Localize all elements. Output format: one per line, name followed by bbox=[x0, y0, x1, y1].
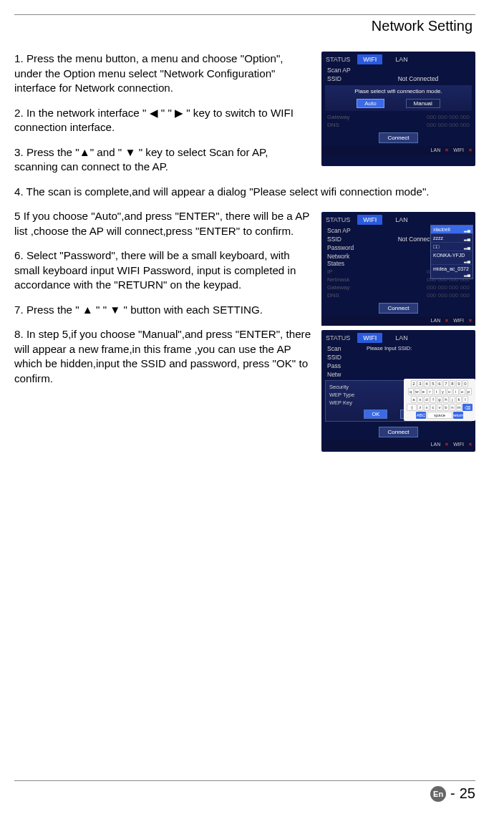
wifi-status: WIFI bbox=[453, 147, 464, 153]
return-key: return bbox=[453, 412, 463, 419]
page-dash: - bbox=[450, 785, 455, 802]
screenshot-1: STATUS WIFI LAN Scan AP SSIDNot Connecte… bbox=[321, 52, 475, 166]
tab-lan-3: LAN bbox=[389, 333, 414, 343]
tab-wifi-2: WIFI bbox=[357, 215, 382, 225]
connect-button-3: Connect bbox=[379, 427, 419, 437]
scan-label: Scan bbox=[327, 345, 367, 352]
key-7: 7 bbox=[443, 380, 449, 387]
status-label-2: STATUS bbox=[326, 216, 350, 223]
key-z: z bbox=[417, 404, 423, 411]
key-4: 4 bbox=[424, 380, 430, 387]
key-q: q bbox=[408, 388, 414, 395]
step-4: 4. The scan is complete,and will appear … bbox=[14, 185, 475, 200]
pass-label: Pass bbox=[327, 362, 367, 369]
ssid-label-3: SSID bbox=[327, 354, 367, 361]
step-7: 7. Press the " ▲ " " ▼ " button with eac… bbox=[14, 303, 313, 318]
tab-wifi: WIFI bbox=[357, 54, 382, 64]
key-j: j bbox=[450, 396, 455, 403]
key-s: s bbox=[417, 396, 423, 403]
dns-label: DNS bbox=[327, 122, 339, 128]
page-footer: En - 25 bbox=[14, 780, 475, 802]
key-a: a bbox=[411, 396, 417, 403]
netmask-label: Netmask bbox=[327, 276, 350, 283]
wifi-status-3: WIFI bbox=[453, 442, 464, 447]
netw-label: Netw bbox=[327, 371, 367, 378]
tab-lan-2: LAN bbox=[389, 215, 414, 225]
status-label: STATUS bbox=[326, 56, 350, 63]
status-label-3: STATUS bbox=[326, 334, 350, 341]
step-6: 6. Select "Password", there will be a sm… bbox=[14, 248, 313, 293]
ap-item-3: □□▂▄ bbox=[431, 243, 472, 251]
key-v: v bbox=[437, 404, 442, 411]
key-2: 2 bbox=[411, 380, 417, 387]
step-8: 8. In step 5,if you choose "Manual",and … bbox=[14, 327, 313, 386]
keyboard-row-nums: 234567890 bbox=[405, 380, 474, 387]
onscreen-keyboard: 234567890 qwertyuiop asdfghjkl ⇧zxcvbnm⌫… bbox=[404, 379, 475, 421]
ap-item-1: xiaobeil▂▄ bbox=[431, 226, 472, 234]
key-9: 9 bbox=[456, 380, 462, 387]
key-l: l bbox=[462, 396, 468, 403]
key-w: w bbox=[415, 388, 420, 395]
network-states-label: Network States bbox=[327, 253, 367, 267]
ap-list: xiaobeil▂▄ zzzz▂▄ □□▂▄ KONKA-YFJD▂▄ mide… bbox=[430, 225, 473, 279]
gateway-label: Gateway bbox=[327, 114, 350, 120]
signal-icon: ▂▄ bbox=[464, 227, 470, 232]
lan-status-3: LAN bbox=[431, 442, 441, 447]
please-input-label: Please Input SSID: bbox=[367, 345, 412, 352]
ap-item-4: KONKA-YFJD▂▄ bbox=[431, 251, 472, 265]
key-3: 3 bbox=[417, 380, 423, 387]
wifi-status-2: WIFI bbox=[453, 318, 464, 324]
tab-lan: LAN bbox=[389, 54, 414, 64]
key-m: m bbox=[456, 404, 462, 411]
step-2: 2. In the network interface " ◀ " " ▶ " … bbox=[14, 106, 313, 135]
connect-button: Connect bbox=[379, 132, 419, 143]
ssid-label-2: SSID bbox=[327, 236, 367, 243]
dialog-strip: Plase select wifi connection mode. Auto … bbox=[325, 85, 472, 111]
key-o: o bbox=[460, 388, 465, 395]
key-c: c bbox=[430, 404, 436, 411]
lan-x-icon-2: ✕ bbox=[445, 318, 449, 324]
key-b: b bbox=[443, 404, 449, 411]
connect-button-2: Connect bbox=[379, 303, 419, 314]
key-g: g bbox=[437, 396, 442, 403]
lan-status-2: LAN bbox=[431, 318, 441, 324]
screenshot-3: STATUS WIFI LAN ScanPlease Input SSID: S… bbox=[321, 330, 475, 452]
abc-key: ABC bbox=[416, 412, 426, 419]
gateway-label-2: Gateway bbox=[327, 284, 350, 291]
wep-key-label: WEP Key bbox=[329, 399, 352, 406]
key-d: d bbox=[424, 396, 430, 403]
key-y: y bbox=[440, 388, 446, 395]
wifi-x-icon-3: ✕ bbox=[468, 442, 472, 447]
manual-button: Manual bbox=[406, 99, 440, 108]
key-5: 5 bbox=[430, 380, 436, 387]
keyboard-row-1: qwertyuiop bbox=[405, 388, 474, 395]
dns-label-2: DNS bbox=[327, 292, 339, 299]
key-r: r bbox=[427, 388, 433, 395]
auto-button: Auto bbox=[357, 99, 384, 108]
key-p: p bbox=[466, 388, 472, 395]
key-e: e bbox=[421, 388, 427, 395]
security-label: Security bbox=[329, 384, 349, 390]
keyboard-row-3: ⇧zxcvbnm⌫ bbox=[405, 404, 474, 411]
wifi-x-icon: ✕ bbox=[468, 147, 472, 153]
dialog-text: Plase select wifi connection mode. bbox=[329, 88, 467, 94]
space-key: space bbox=[427, 412, 452, 419]
page-number: 25 bbox=[460, 785, 475, 802]
key-k: k bbox=[456, 396, 462, 403]
key-x: x bbox=[424, 404, 430, 411]
dns-value: 000 000 000 000 bbox=[427, 122, 470, 128]
key-f: f bbox=[430, 396, 436, 403]
ok-button: OK bbox=[364, 410, 387, 419]
gateway-value: 000 000 000 000 bbox=[427, 114, 470, 120]
wifi-x-icon-2: ✕ bbox=[468, 318, 472, 324]
password-label: Password bbox=[327, 244, 367, 251]
step-1: 1. Press the menu button, a menu and cho… bbox=[14, 52, 313, 96]
scan-ap-label-2: Scan AP bbox=[327, 227, 367, 234]
key-n: n bbox=[450, 404, 455, 411]
key-8: 8 bbox=[450, 380, 455, 387]
page-title: Network Setting bbox=[14, 18, 475, 34]
lan-status: LAN bbox=[431, 147, 441, 153]
ssid-label: SSID bbox=[327, 75, 367, 82]
ap-item-5: midea_ac_0372▂▄ bbox=[431, 265, 472, 278]
key-t: t bbox=[434, 388, 440, 395]
